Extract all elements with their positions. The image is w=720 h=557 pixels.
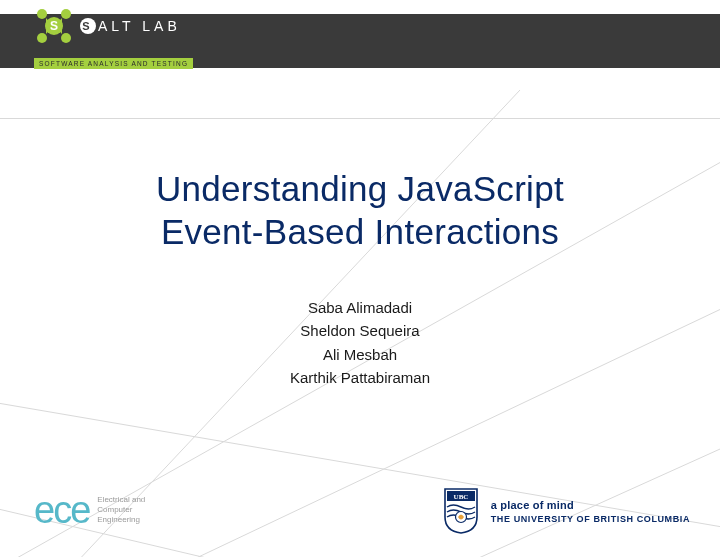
ubc-crest-icon: UBC [443, 487, 479, 535]
ece-department: Electrical and Computer Engineering [97, 495, 145, 525]
ece-wordmark: ece [34, 491, 89, 529]
slide: S SALT LAB SOFTWARE ANALYSIS AND TESTING… [0, 0, 720, 557]
footer: ece Electrical and Computer Engineering … [0, 467, 720, 557]
ece-sub-1: Electrical and [97, 495, 145, 505]
svg-point-8 [61, 9, 71, 19]
svg-point-10 [61, 33, 71, 43]
author-list: Saba Alimadadi Sheldon Sequeira Ali Mesb… [0, 296, 720, 389]
svg-point-7 [37, 9, 47, 19]
divider [0, 118, 720, 119]
author-4: Karthik Pattabiraman [0, 366, 720, 389]
salt-lab-logo: S SALT LAB [34, 6, 181, 46]
svg-point-9 [37, 33, 47, 43]
svg-text:UBC: UBC [453, 493, 468, 501]
ece-logo: ece Electrical and Computer Engineering [34, 491, 145, 529]
ubc-name: THE UNIVERSITY OF BRITISH COLUMBIA [491, 514, 690, 524]
author-3: Ali Mesbah [0, 343, 720, 366]
svg-text:S: S [50, 19, 58, 33]
ece-sub-2: Computer [97, 505, 145, 515]
author-2: Sheldon Sequeira [0, 319, 720, 342]
ubc-tagline: a place of mind [491, 499, 690, 511]
ece-sub-3: Engineering [97, 515, 145, 525]
salt-lab-name: SALT LAB [80, 18, 181, 34]
salt-lab-mark-icon: S [34, 6, 74, 46]
author-1: Saba Alimadadi [0, 296, 720, 319]
ubc-text: a place of mind THE UNIVERSITY OF BRITIS… [491, 499, 690, 524]
title-line-1: Understanding JavaScript [0, 168, 720, 211]
slide-title: Understanding JavaScript Event-Based Int… [0, 168, 720, 253]
ubc-logo: UBC a place of mind THE UNIVERSITY OF BR… [443, 487, 690, 535]
salt-lab-name-text: ALT LAB [98, 18, 181, 34]
salt-lab-tagline: SOFTWARE ANALYSIS AND TESTING [34, 58, 193, 69]
title-line-2: Event-Based Interactions [0, 211, 720, 254]
